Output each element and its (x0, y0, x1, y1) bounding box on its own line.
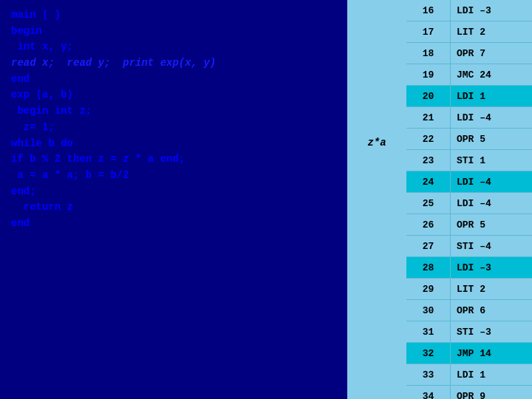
code-line: return z (11, 200, 336, 216)
instruction-table-panel: 16LDI –317LIT 218OPR 719JMC 2420LDI 121L… (406, 0, 532, 399)
row-instruction: STI –3 (451, 321, 532, 342)
table-row: 26OPR 5 (406, 214, 532, 236)
code-line: int x, y; (11, 39, 336, 55)
code-line: read x; read y; print exp(x, y) (11, 55, 336, 72)
row-number: 20 (406, 86, 451, 106)
table-row: 21LDI –4 (406, 107, 532, 129)
row-instruction: LDI –3 (451, 0, 532, 21)
table-row: 27STI –4 (406, 236, 532, 257)
row-number: 29 (406, 279, 451, 299)
row-instruction: LDI –3 (451, 257, 532, 278)
code-line: main ( ) (11, 7, 336, 24)
row-number: 24 (406, 171, 451, 192)
row-instruction: STI 1 (451, 150, 532, 171)
code-line: begin (11, 24, 336, 40)
table-row: 28LDI –3 (406, 257, 532, 279)
code-line: while b do (11, 136, 336, 152)
code-line: begin int z; (11, 103, 336, 120)
code-line: if b % 2 then z = z * a end; (11, 151, 336, 168)
row-instruction: OPR 9 (451, 386, 532, 399)
code-line: a = a * a; b = b/2 (11, 168, 336, 184)
code-line: end (11, 72, 336, 88)
row-instruction: JMC 24 (451, 64, 532, 85)
row-number: 23 (406, 150, 451, 171)
row-number: 22 (406, 129, 451, 149)
row-instruction: LIT 2 (451, 21, 532, 42)
row-number: 34 (406, 386, 451, 399)
row-number: 21 (406, 107, 451, 128)
code-line: exp (a, b) (11, 87, 336, 103)
row-instruction: LIT 2 (451, 279, 532, 299)
table-row: 34OPR 9 (406, 386, 532, 399)
row-instruction: LDI –4 (451, 171, 532, 192)
row-number: 26 (406, 214, 451, 235)
table-row: 32JMP 14 (406, 343, 532, 364)
row-instruction: LDI –4 (451, 193, 532, 214)
table-row: 31STI –3 (406, 321, 532, 343)
code-line: end; (11, 184, 336, 200)
row-number: 32 (406, 343, 451, 364)
table-row: 25LDI –4 (406, 193, 532, 214)
row-instruction: OPR 5 (451, 129, 532, 149)
row-instruction: STI –4 (451, 236, 532, 256)
row-number: 19 (406, 64, 451, 85)
row-number: 33 (406, 364, 451, 385)
table-row: 29LIT 2 (406, 279, 532, 300)
row-instruction: LDI –4 (451, 107, 532, 128)
row-instruction: OPR 6 (451, 300, 532, 321)
row-number: 28 (406, 257, 451, 278)
row-instruction: LDI 1 (451, 86, 532, 106)
row-instruction: LDI 1 (451, 364, 532, 385)
row-number: 25 (406, 193, 451, 214)
table-row: 20LDI 1 (406, 86, 532, 107)
row-number: 17 (406, 21, 451, 42)
row-instruction: JMP 14 (451, 343, 532, 364)
code-line: z= 1; (11, 120, 336, 136)
table-row: 17LIT 2 (406, 21, 532, 43)
row-number: 30 (406, 300, 451, 321)
row-number: 16 (406, 0, 451, 21)
row-instruction: OPR 5 (451, 214, 532, 235)
row-number: 18 (406, 43, 451, 64)
row-number: 31 (406, 321, 451, 342)
code-editor-panel: main ( )begin int x, y;read x; read y; p… (0, 0, 347, 399)
variable-label: z*a (367, 137, 386, 149)
table-row: 24LDI –4 (406, 171, 532, 193)
table-row: 30OPR 6 (406, 300, 532, 321)
code-line: end (11, 216, 336, 232)
row-instruction: OPR 7 (451, 43, 532, 64)
table-row: 33LDI 1 (406, 364, 532, 386)
table-row: 16LDI –3 (406, 0, 532, 21)
table-row: 23STI 1 (406, 150, 532, 171)
table-row: 18OPR 7 (406, 43, 532, 64)
row-number: 27 (406, 236, 451, 256)
variable-display-panel: z*a (347, 0, 406, 399)
table-row: 19JMC 24 (406, 64, 532, 86)
table-row: 22OPR 5 (406, 129, 532, 150)
